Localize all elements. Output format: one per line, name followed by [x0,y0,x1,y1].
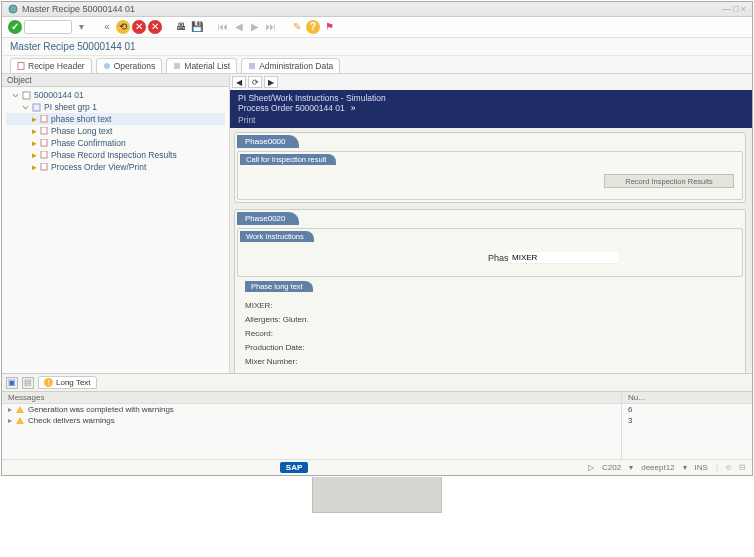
warning-icon: ! [44,378,53,387]
status-bar: SAP ▷ C202▾ deeept12▾ INS | ⎋ ⊟ [2,459,752,475]
nav-refresh-button[interactable]: ⟳ [248,76,262,88]
status-sep: | [716,463,718,472]
doc-icon [40,127,48,135]
longtext-line: MIXER: [245,301,735,310]
close-button[interactable]: × [741,4,746,14]
tab-admin-data[interactable]: Administration Data [241,58,340,73]
prev-icon[interactable]: ◀ [232,20,246,34]
message-row[interactable]: ▸Generation was completed with warnings [2,404,621,415]
accept-icon[interactable]: ✓ [8,20,22,34]
status-link-icon[interactable]: ⎋ [726,463,731,472]
section-tab-phase0000: Phase0000 [237,135,299,148]
svg-rect-6 [33,104,40,111]
doc-icon [40,139,48,147]
svg-point-2 [104,63,110,69]
svg-rect-10 [41,151,47,158]
last-icon[interactable]: ⏭ [264,20,278,34]
status-tcode: C202 [602,463,621,472]
cancel-icon[interactable]: ✕ [132,20,146,34]
num-header: Nu... [622,392,752,404]
longtext-line: Line Number: [245,371,735,373]
phase-longtext-block: Phase long text MIXER: Allergens: Gluten… [237,277,743,373]
longtext-line: Production Date: [245,343,735,352]
message-row[interactable]: ▸Check delivers warnings [2,415,621,426]
minimize-button[interactable]: — [722,4,731,14]
tree-node-sheet[interactable]: PI sheet grp 1 [6,101,225,113]
tree-item-phase-long-text[interactable]: ▸ Phase Long text [6,125,225,137]
pi-sheet-title: PI Sheet/Work Instructions - Simulation [238,93,386,103]
tree-item-inspection-results[interactable]: ▸ Phase Record Inspection Results [6,149,225,161]
tab-operations[interactable]: Operations [96,58,163,73]
first-icon[interactable]: ⏮ [216,20,230,34]
tree-node-root[interactable]: 50000144 01 [6,89,225,101]
maximize-button[interactable]: □ [733,4,738,14]
app-window: Master Recipe 50000144 01 — □ × ✓ ▾ « ⟲ … [1,1,753,476]
work-instructions-block: Work Instructions Phase [237,228,743,277]
nav-next-button[interactable]: ▶ [264,76,278,88]
section-phase0000: Phase0000 Call for Inspection result Rec… [234,132,746,203]
inner-tab-inspection: Call for Inspection result [240,154,336,165]
tab-material-list[interactable]: Material List [166,58,237,73]
command-field[interactable] [24,20,72,34]
detail-tabs: Recipe Header Operations Material List A… [2,56,752,73]
exit-icon[interactable]: ⟲ [116,20,130,34]
app-icon [8,4,18,14]
status-lock-icon[interactable]: ⊟ [739,463,746,472]
section-tab-phase0020: Phase0020 [237,212,299,225]
tab-recipe-header[interactable]: Recipe Header [10,58,92,73]
object-tree: 50000144 01 PI sheet grp 1 ▸ phase short… [2,87,229,175]
filter-icon[interactable]: ▤ [22,377,34,389]
page-subtitle: Master Recipe 50000144 01 [2,38,752,56]
status-mode: INS [695,463,708,472]
svg-rect-11 [41,163,47,170]
tree-item-phase-short-text[interactable]: ▸ phase short text [6,113,225,125]
tab-long-text[interactable]: ! Long Text [38,376,97,389]
tree-header: Object [2,74,229,87]
doc-icon [40,151,48,159]
longtext-line: Allergens: Gluten. [245,315,735,324]
svg-rect-7 [41,115,47,122]
sap-logo: SAP [280,462,308,473]
dropdown-icon[interactable]: ▾ [74,20,88,34]
warning-icon [16,406,24,413]
help-icon[interactable]: ? [306,20,320,34]
svg-rect-4 [249,63,255,69]
collapse-icon [12,92,19,99]
svg-rect-5 [23,92,30,99]
back-icon[interactable]: « [100,20,114,34]
print-link[interactable]: Print [238,115,744,125]
recipe-icon [22,91,31,100]
tree-item-phase-confirmation[interactable]: ▸ Phase Confirmation [6,137,225,149]
warning-icon [16,417,24,424]
next-icon[interactable]: ▶ [248,20,262,34]
main-area: Object 50000144 01 PI sheet grp 1 ▸ phas… [2,73,752,373]
svg-rect-9 [41,139,47,146]
messages-header: Messages [2,392,621,404]
close-session-icon[interactable]: ✕ [148,20,162,34]
content-nav: ◀ ⟳ ▶ [230,74,752,90]
collapse-icon [22,104,29,111]
message-count: 6 [622,404,752,415]
print-icon[interactable]: 🖶 [174,20,188,34]
content-panel: ◀ ⟳ ▶ PI Sheet/Work Instructions - Simul… [230,74,752,373]
messages-panel: ▣ ▤ ! Long Text Messages ▸Generation was… [2,373,752,459]
doc-icon [40,163,48,171]
save-icon[interactable]: 💾 [190,20,204,34]
phase-value-input[interactable] [508,252,618,264]
svg-rect-8 [41,127,47,134]
object-tree-panel: Object 50000144 01 PI sheet grp 1 ▸ phas… [2,74,230,373]
record-inspection-button[interactable]: Record Inspection Results [604,174,734,188]
message-tabs: ▣ ▤ ! Long Text [2,374,752,391]
titlebar: Master Recipe 50000144 01 — □ × [2,2,752,17]
message-count: 3 [622,415,752,426]
status-nav[interactable]: ▷ [588,463,594,472]
pi-sheet-body[interactable]: Phase0000 Call for Inspection result Rec… [230,128,752,373]
nav-prev-button[interactable]: ◀ [232,76,246,88]
tools-icon[interactable]: ⚑ [322,20,336,34]
messages-table: Messages ▸Generation was completed with … [2,391,752,459]
expand-icon[interactable]: ▣ [6,377,18,389]
inspection-block: Call for Inspection result Record Inspec… [237,151,743,200]
sheet-icon [32,103,41,112]
tree-item-process-order-view[interactable]: ▸ Process Order View/Print [6,161,225,173]
create-icon[interactable]: ✎ [290,20,304,34]
